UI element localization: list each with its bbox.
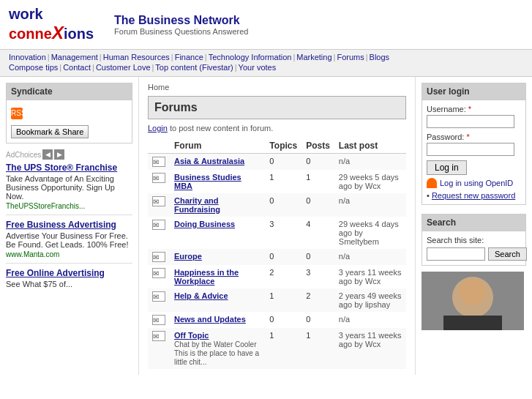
forum-icon xyxy=(152,291,165,302)
bottom-image xyxy=(422,272,524,330)
forum-link[interactable]: Off Topic xyxy=(174,331,209,340)
table-row: Happiness in the Workplace 2 3 3 years 1… xyxy=(148,265,406,288)
ad-nav-prev[interactable]: ◀ xyxy=(42,149,53,160)
forum-link[interactable]: Asia & Australasia xyxy=(174,157,244,165)
table-row: News and Updates 0 0 n/a xyxy=(148,312,406,328)
nav-finance[interactable]: Finance xyxy=(175,53,203,61)
forum-row-icon xyxy=(148,265,170,288)
forum-row-topics: 1 xyxy=(265,288,301,312)
table-row: Asia & Australasia 0 0 n/a xyxy=(148,154,406,171)
forum-row-icon xyxy=(148,217,170,249)
nav-technology[interactable]: Technology Information xyxy=(209,53,292,61)
ad1-title[interactable]: The UPS Store® Franchise xyxy=(6,163,117,173)
nav-innovation[interactable]: Innovation xyxy=(9,53,46,61)
forum-row-posts: 2 xyxy=(301,288,334,312)
forum-row-posts: 0 xyxy=(301,154,334,171)
ad2-title[interactable]: Free Business Advertising xyxy=(6,220,116,230)
forum-row-topics: 0 xyxy=(265,249,301,265)
forum-row-name: Asia & Australasia xyxy=(170,154,265,171)
nav-marketing[interactable]: Marketing xyxy=(296,53,331,61)
nav-top-content[interactable]: Top content (Fivestar) xyxy=(155,63,233,72)
forum-subtitle: Chat by the Water Cooler This is the pla… xyxy=(174,340,259,366)
nav-row-1: Innovation| Management| Human Resources|… xyxy=(9,53,523,61)
openid-link[interactable]: Log in using OpenID xyxy=(427,178,521,188)
req-password: Request new password xyxy=(427,191,521,200)
ad-nav-next[interactable]: ▶ xyxy=(54,149,64,160)
user-login-box: User login Username: * Password: * Log i… xyxy=(422,83,526,205)
forum-rows: Asia & Australasia 0 0 n/a Business Stud… xyxy=(148,154,406,370)
col-icon xyxy=(148,138,170,154)
forum-row-posts: 3 xyxy=(301,265,334,288)
table-row: Charity and Fundraising 0 0 n/a xyxy=(148,193,406,217)
forum-row-lastpost: n/a xyxy=(334,193,406,217)
forum-row-topics: 0 xyxy=(265,312,301,328)
forum-row-posts: 0 xyxy=(301,249,334,265)
forum-link[interactable]: Help & Advice xyxy=(174,291,228,300)
svg-point-2 xyxy=(460,279,486,305)
left-column: Syndicate RSS Bookmark & Share AdChoices… xyxy=(0,77,139,375)
col-topics: Topics xyxy=(265,138,301,154)
forum-row-lastpost: 29 weeks 4 days ago by Smeltybem xyxy=(334,217,406,249)
syndicate-title: Syndicate xyxy=(7,83,132,100)
ad-choices-label: AdChoices xyxy=(6,151,41,159)
svg-rect-3 xyxy=(443,316,502,330)
nav-row-2: Compose tips| Contact| Customer Love| To… xyxy=(9,63,523,72)
forum-icon xyxy=(152,196,165,206)
table-row: Help & Advice 1 2 2 years 49 weeks ago b… xyxy=(148,288,406,312)
user-login-title: User login xyxy=(422,83,525,100)
password-input[interactable] xyxy=(427,143,514,156)
password-required: * xyxy=(466,133,469,141)
user-login-content: Username: * Password: * Log in Log in us… xyxy=(422,100,525,204)
forum-link[interactable]: Charity and Fundraising xyxy=(174,196,220,214)
username-required: * xyxy=(468,105,471,113)
forum-row-name: Business Studies MBA xyxy=(170,170,265,193)
nav-forums[interactable]: Forums xyxy=(337,53,364,61)
syndicate-box: Syndicate RSS Bookmark & Share xyxy=(6,83,132,143)
forum-row-topics: 1 xyxy=(265,170,301,193)
nav-contact[interactable]: Contact xyxy=(63,63,91,72)
nav-your-votes[interactable]: Your votes xyxy=(239,63,277,72)
ad2-url: www.Manta.com xyxy=(6,250,132,258)
openid-label: Log in using OpenID xyxy=(440,179,513,187)
forum-link[interactable]: Europe xyxy=(174,252,202,261)
bookmark-button[interactable]: Bookmark & Share xyxy=(11,125,89,138)
nav-customer-love[interactable]: Customer Love xyxy=(96,63,151,72)
forum-row-icon xyxy=(148,288,170,312)
search-input[interactable] xyxy=(427,247,485,261)
layout: Syndicate RSS Bookmark & Share AdChoices… xyxy=(0,77,532,375)
forum-link[interactable]: Doing Business xyxy=(174,220,235,228)
rss-icon[interactable]: RSS xyxy=(11,108,23,119)
forum-link[interactable]: News and Updates xyxy=(174,315,246,324)
req-password-link[interactable]: Request new password xyxy=(432,191,515,200)
forum-row-icon xyxy=(148,328,170,369)
ad3-body: See What $75 of... xyxy=(6,280,132,288)
forum-row-lastpost: 3 years 11 weeks ago by Wcx xyxy=(334,328,406,369)
forum-table: Forum Topics Posts Last post Asia & Aust… xyxy=(148,138,406,369)
nav-management[interactable]: Management xyxy=(51,53,98,61)
search-title: Search xyxy=(422,215,525,231)
forum-row-posts: 1 xyxy=(301,328,334,369)
search-button[interactable]: Search xyxy=(488,247,527,261)
forum-icon xyxy=(152,157,165,167)
site-title-heading: The Business Network xyxy=(114,14,248,27)
forum-row-posts: 1 xyxy=(301,170,334,193)
forum-row-icon xyxy=(148,249,170,265)
forum-icon xyxy=(152,252,165,262)
nav-blogs[interactable]: Blogs xyxy=(370,53,390,61)
login-link[interactable]: Login xyxy=(148,124,168,133)
search-row: Search xyxy=(427,247,521,261)
forum-row-icon xyxy=(148,154,170,171)
forum-link[interactable]: Business Studies MBA xyxy=(174,173,241,190)
forum-row-name: Europe xyxy=(170,249,265,265)
login-button[interactable]: Log in xyxy=(427,160,467,175)
forum-icon xyxy=(152,173,165,183)
col-forum: Forum xyxy=(170,138,265,154)
forum-link[interactable]: Happiness in the Workplace xyxy=(174,268,239,286)
forum-row-name: Help & Advice xyxy=(170,288,265,312)
nav-compose-tips[interactable]: Compose tips xyxy=(9,63,58,72)
table-row: Europe 0 0 n/a xyxy=(148,249,406,265)
username-input[interactable] xyxy=(427,115,514,128)
nav-human-resources[interactable]: Human Resources xyxy=(103,53,170,61)
ad3-title[interactable]: Free Online Advertising xyxy=(6,268,105,278)
logo: workconneXions xyxy=(9,6,94,43)
